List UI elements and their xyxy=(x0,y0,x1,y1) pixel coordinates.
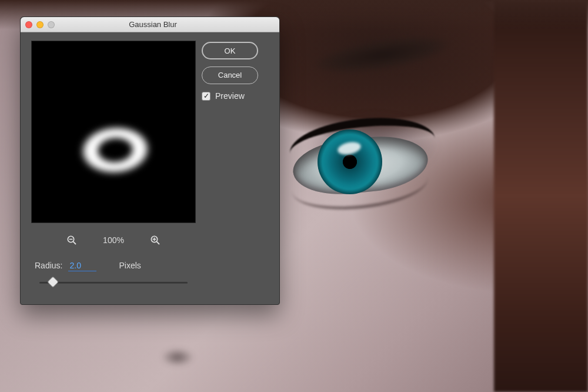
zoom-out-icon xyxy=(66,235,77,245)
svg-line-1 xyxy=(74,242,76,244)
radius-label: Radius: xyxy=(35,261,62,270)
cancel-button[interactable]: Cancel xyxy=(202,67,258,84)
ok-button[interactable]: OK xyxy=(202,42,258,59)
slider-track xyxy=(39,282,188,284)
zoom-in-button[interactable] xyxy=(149,234,162,247)
check-icon: ✓ xyxy=(203,92,209,99)
document-canvas: Gaussian Blur 100% xyxy=(0,0,588,392)
radius-slider[interactable] xyxy=(39,277,188,288)
filter-preview[interactable] xyxy=(31,41,196,223)
mask-preview-shape xyxy=(66,115,164,186)
radius-unit-label: Pixels xyxy=(119,261,141,270)
zoom-in-icon xyxy=(150,235,161,245)
preview-checkbox-label: Preview xyxy=(215,91,245,101)
zoom-out-button[interactable] xyxy=(65,234,78,247)
zoom-level-label: 100% xyxy=(103,235,124,245)
dialog-title: Gaussian Blur xyxy=(55,20,275,29)
nostril-shadow xyxy=(142,338,201,373)
minimize-icon[interactable] xyxy=(36,21,44,28)
gaussian-blur-dialog: Gaussian Blur 100% xyxy=(20,16,280,305)
radius-input[interactable] xyxy=(68,260,96,271)
preview-checkbox[interactable]: ✓ xyxy=(202,92,211,101)
dialog-titlebar[interactable]: Gaussian Blur xyxy=(21,17,279,32)
close-icon[interactable] xyxy=(25,21,32,28)
slider-thumb[interactable] xyxy=(47,276,59,288)
maximize-icon xyxy=(48,21,55,28)
background-hair xyxy=(494,0,588,392)
window-controls xyxy=(25,21,55,28)
eyebrow-shape xyxy=(286,19,478,89)
svg-line-4 xyxy=(157,242,159,244)
